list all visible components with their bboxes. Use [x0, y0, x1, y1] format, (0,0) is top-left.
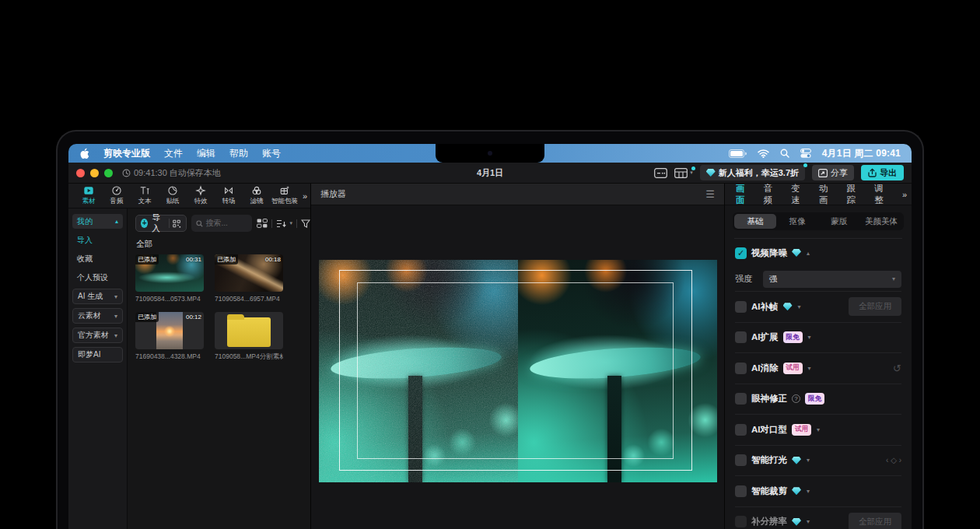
checkbox-unchecked[interactable] — [735, 485, 747, 497]
media-item[interactable]: 7109058...MP4分割素材 — [215, 312, 283, 362]
help-icon[interactable]: ? — [792, 394, 800, 403]
player-menu-icon[interactable]: ☰ — [705, 188, 715, 200]
chevron-down-icon[interactable]: ▾ — [807, 457, 810, 464]
filter-icon[interactable] — [301, 219, 310, 228]
sidebar-item-label: 收藏 — [77, 254, 93, 264]
export-button[interactable]: 导出 — [861, 165, 904, 180]
chevron-down-icon[interactable]: ▾ — [807, 488, 810, 495]
qr-import-icon[interactable] — [173, 219, 180, 229]
panel-tab-3[interactable]: 动画 — [819, 183, 837, 206]
selection-outline-inner[interactable] — [357, 282, 674, 459]
panel-tab-5[interactable]: 调整 — [874, 183, 892, 206]
duration-label: 00:31 — [186, 256, 201, 263]
more-panel-tabs-chevron-icon[interactable]: » — [902, 190, 905, 199]
media-item[interactable]: 已添加00:3171090584...0573.MP4 — [135, 254, 204, 303]
setting-row-8: 补分辨率▾全部应用 — [735, 506, 901, 529]
sidebar-item-4[interactable]: AI 生成▾ — [72, 289, 123, 304]
chevron-down-icon[interactable]: ▾ — [808, 334, 811, 341]
panel-tab-1[interactable]: 音频 — [764, 183, 782, 206]
menu-bar-clock[interactable]: 4月1日 周二 09:41 — [822, 147, 901, 160]
checkbox-unchecked[interactable] — [735, 363, 747, 374]
tab-text[interactable]: 文本 — [131, 185, 159, 206]
close-window-button[interactable] — [76, 169, 85, 177]
panel-tab-0[interactable]: 画面 — [736, 183, 754, 206]
chevron-down-icon[interactable]: ▾ — [798, 303, 801, 310]
panel-tab-4[interactable]: 跟踪 — [847, 183, 865, 206]
battery-icon[interactable] — [729, 149, 747, 158]
checkbox-unchecked[interactable] — [735, 393, 747, 405]
checkbox-unchecked[interactable] — [735, 331, 747, 343]
media-item[interactable]: 已添加00:1871090584...6957.MP4 — [215, 254, 283, 303]
layout-switcher-icon[interactable]: ▾ — [674, 168, 693, 178]
checkbox-unchecked[interactable] — [735, 454, 747, 466]
minimize-window-button[interactable] — [90, 169, 99, 177]
tab-label: 贴纸 — [166, 197, 180, 206]
media-item[interactable]: 已添加00:1271690438...4328.MP4 — [135, 312, 204, 362]
checkbox-unchecked[interactable] — [735, 301, 747, 313]
import-button[interactable]: + 导入 — [135, 215, 187, 232]
tab-label: 转场 — [222, 197, 236, 206]
render-list-icon[interactable] — [654, 168, 667, 178]
apple-logo-icon[interactable] — [79, 148, 89, 159]
apply-all-button[interactable]: 全部应用 — [849, 297, 901, 316]
checkbox-unchecked[interactable] — [735, 516, 747, 527]
sidebar-item-label: 即梦AI — [78, 349, 100, 360]
menu-app-name[interactable]: 剪映专业版 — [103, 147, 150, 160]
menu-item-2[interactable]: 帮助 — [229, 147, 248, 160]
sidebar-item-1[interactable]: 导入 — [72, 233, 123, 247]
grid-view-icon[interactable] — [257, 219, 268, 228]
tab-pack[interactable]: 智能包装 — [271, 185, 299, 206]
sidebar-item-5[interactable]: 云素材▾ — [72, 308, 123, 324]
menu-item-3[interactable]: 账号 — [262, 147, 281, 160]
setting-row-2: AI扩展限免▾ — [735, 322, 901, 353]
strength-dropdown[interactable]: 强▾ — [763, 271, 901, 288]
more-tabs-chevron-icon[interactable]: » — [303, 191, 306, 201]
setting-row-6: 智能打光▾‹ ◇ › — [735, 445, 901, 476]
apply-all-button[interactable]: 全部应用 — [849, 513, 901, 529]
tab-transition[interactable]: 转场 — [215, 185, 243, 206]
reset-icon[interactable]: ↺ — [893, 363, 901, 374]
zoom-window-button[interactable] — [104, 169, 113, 177]
sidebar-item-6[interactable]: 官方素材▾ — [72, 328, 123, 343]
checkbox-checked[interactable] — [735, 247, 747, 259]
sort-icon[interactable] — [276, 219, 286, 228]
panel-tab-2[interactable]: 变速 — [791, 183, 809, 206]
video-preview[interactable] — [319, 260, 717, 482]
badge-free: 限免 — [805, 393, 824, 405]
subtab-3[interactable]: 美颜美体 — [860, 214, 902, 229]
tab-fx[interactable]: 特效 — [187, 185, 215, 206]
menu-item-1[interactable]: 编辑 — [197, 147, 215, 160]
search-input[interactable]: 搜索... — [191, 215, 252, 232]
chevron-down-icon[interactable]: ▾ — [807, 518, 810, 525]
menu-item-0[interactable]: 文件 — [164, 147, 183, 160]
properties-tab-bar: 画面音频变速动画跟踪调整» — [725, 184, 912, 205]
chevron-down-icon[interactable]: ▾ — [690, 170, 693, 176]
tab-filter[interactable]: 滤镜 — [243, 185, 271, 206]
chevron-up-icon[interactable]: ▴ — [807, 250, 810, 257]
sidebar-item-3[interactable]: 个人预设 — [72, 270, 123, 285]
sidebar-item-7[interactable]: 即梦AI — [72, 347, 123, 363]
tab-media[interactable]: 素材 — [75, 185, 103, 206]
chevron-down-icon: ▾ — [114, 332, 117, 339]
promo-banner-button[interactable]: 新人福利，幸运3.7折 — [700, 165, 805, 180]
keyframe-controls[interactable]: ‹ ◇ › — [886, 456, 901, 464]
checkbox-unchecked[interactable] — [735, 424, 747, 436]
sidebar-item-label: 云素材 — [78, 310, 101, 321]
subtab-1[interactable]: 抠像 — [776, 214, 818, 229]
subtab-2[interactable]: 蒙版 — [818, 214, 860, 229]
setting-row-3: AI消除试用▾↺ — [735, 352, 901, 384]
sidebar-item-2[interactable]: 收藏 — [72, 251, 123, 266]
search-icon[interactable] — [780, 149, 789, 158]
chevron-down-icon[interactable]: ▾ — [290, 220, 293, 226]
wifi-icon[interactable] — [758, 149, 769, 158]
media-grid: 已添加00:3171090584...0573.MP4已添加00:1871090… — [135, 254, 303, 362]
share-button[interactable]: 分享 — [812, 165, 854, 180]
subtab-0[interactable]: 基础 — [734, 214, 776, 229]
filter-all-label[interactable]: 全部 — [136, 239, 303, 250]
control-center-icon[interactable] — [800, 149, 811, 158]
tab-sticker[interactable]: 贴纸 — [159, 185, 187, 206]
chevron-down-icon[interactable]: ▾ — [817, 426, 820, 433]
chevron-down-icon[interactable]: ▾ — [808, 365, 811, 372]
tab-audio[interactable]: 音频 — [103, 185, 131, 206]
sidebar-item-0[interactable]: 我的▴ — [72, 214, 123, 229]
